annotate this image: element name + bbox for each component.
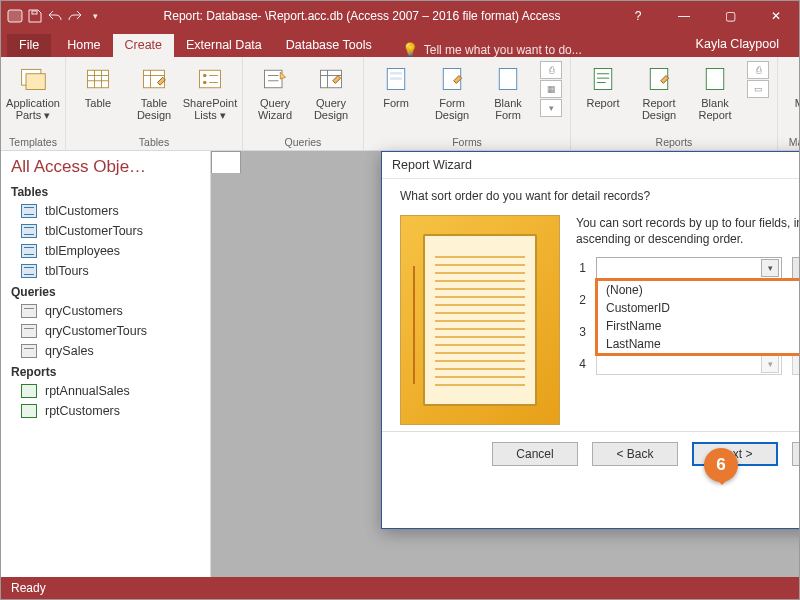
sort-direction-1-button[interactable]: Ascending: [792, 257, 800, 279]
svg-point-8: [203, 74, 207, 78]
sort-row-1-number: 1: [576, 261, 586, 275]
report-wizard-icon[interactable]: ⎙: [747, 61, 769, 79]
blank-form-label: Blank Form: [494, 97, 522, 121]
document-tab[interactable]: [211, 151, 241, 173]
form-wizard-icon[interactable]: ⎙: [540, 61, 562, 79]
query-design-button[interactable]: Query Design: [307, 61, 355, 121]
minimize-button[interactable]: —: [661, 1, 707, 31]
qat-more-icon[interactable]: ▾: [87, 8, 103, 24]
table-design-label: Table Design: [137, 97, 171, 121]
dropdown-option-none[interactable]: (None): [598, 281, 800, 299]
restore-button[interactable]: ▢: [707, 1, 753, 31]
blank-form-button[interactable]: Blank Form: [484, 61, 532, 121]
query-wizard-label: Query Wizard: [258, 97, 292, 121]
group-queries: Query Wizard Query Design Queries: [243, 57, 364, 150]
quick-access-toolbar: ▾: [1, 8, 109, 24]
nav-section-queries[interactable]: Queries: [1, 281, 210, 301]
tab-external-data[interactable]: External Data: [174, 34, 274, 57]
redo-icon[interactable]: [67, 8, 83, 24]
help-button[interactable]: ?: [615, 1, 661, 31]
more-forms-icon[interactable]: ▾: [540, 99, 562, 117]
report-design-button[interactable]: Report Design: [635, 61, 683, 121]
report-wizard-dialog: Report Wizard What sort order do you wan…: [381, 151, 800, 529]
table-design-icon: [138, 63, 170, 95]
svg-rect-19: [706, 69, 724, 90]
form-label: Form: [383, 97, 409, 109]
nav-item-tbltours[interactable]: tblTours: [1, 261, 210, 281]
title-bar: ▾ Report: Database- \Report.acc.db (Acce…: [1, 1, 799, 31]
application-parts-button[interactable]: Application Parts ▾: [9, 61, 57, 121]
nav-section-reports[interactable]: Reports: [1, 361, 210, 381]
window-buttons: ? — ▢ ✕: [615, 1, 799, 31]
forms-extra-column: ⎙ ▦ ▾: [540, 61, 562, 117]
finish-button[interactable]: Finish: [792, 442, 800, 466]
sort-field-1-combo[interactable]: ▾ (None) CustomerID FirstName LastName: [596, 257, 782, 279]
labels-icon[interactable]: ▭: [747, 80, 769, 98]
table-button[interactable]: Table: [74, 61, 122, 109]
form-design-label: Form Design: [435, 97, 469, 121]
dropdown-option-firstname[interactable]: FirstName: [598, 317, 800, 335]
undo-icon[interactable]: [47, 8, 63, 24]
nav-item-qrycustomers[interactable]: qryCustomers: [1, 301, 210, 321]
nav-section-tables[interactable]: Tables: [1, 181, 210, 201]
signed-in-user[interactable]: Kayla Claypool: [696, 37, 793, 57]
nav-item-qrysales[interactable]: qrySales: [1, 341, 210, 361]
group-forms: Form Form Design Blank Form ⎙ ▦ ▾ Forms: [364, 57, 571, 150]
macro-icon: [794, 63, 800, 95]
group-macros-label: Macros & Code: [786, 134, 800, 148]
app-icon: [7, 8, 23, 24]
nav-header[interactable]: All Access Obje…: [1, 151, 210, 181]
report-button[interactable]: Report: [579, 61, 627, 109]
form-button[interactable]: Form: [372, 61, 420, 109]
report-object-icon: [21, 384, 37, 398]
nav-item-tblemployees[interactable]: tblEmployees: [1, 241, 210, 261]
application-parts-icon: [17, 63, 49, 95]
close-button[interactable]: ✕: [753, 1, 799, 31]
nav-item-rptannualsales[interactable]: rptAnnualSales: [1, 381, 210, 401]
sort-row-2-number: 2: [576, 293, 586, 307]
sort-hint: You can sort records by up to four field…: [576, 215, 800, 247]
back-button[interactable]: < Back: [592, 442, 678, 466]
group-reports: Report Report Design Blank Report ⎙ ▭ Re…: [571, 57, 778, 150]
reports-extra-column: ⎙ ▭: [747, 61, 769, 98]
sort-area: You can sort records by up to four field…: [576, 215, 800, 425]
macro-button[interactable]: Macro ▾: [786, 61, 800, 121]
group-tables: Table Table Design SharePoint Lists ▾ Ta…: [66, 57, 243, 150]
sort-field-1-dropdown: (None) CustomerID FirstName LastName: [595, 278, 800, 356]
sharepoint-lists-button[interactable]: SharePoint Lists ▾: [186, 61, 234, 121]
application-parts-label: Application Parts ▾: [6, 97, 60, 121]
form-design-button[interactable]: Form Design: [428, 61, 476, 121]
chevron-down-icon: ▾: [761, 355, 779, 373]
cancel-button[interactable]: Cancel: [492, 442, 578, 466]
save-icon[interactable]: [27, 8, 43, 24]
sharepoint-lists-icon: [194, 63, 226, 95]
query-design-icon: [315, 63, 347, 95]
dropdown-option-customerid[interactable]: CustomerID: [598, 299, 800, 317]
nav-item-rptcustomers[interactable]: rptCustomers: [1, 401, 210, 421]
tab-create[interactable]: Create: [113, 34, 175, 57]
navigation-icon[interactable]: ▦: [540, 80, 562, 98]
report-design-label: Report Design: [642, 97, 676, 121]
query-wizard-button[interactable]: Query Wizard: [251, 61, 299, 121]
group-templates: Application Parts ▾ Templates: [1, 57, 66, 150]
group-queries-label: Queries: [251, 134, 355, 148]
query-object-icon: [21, 344, 37, 358]
tab-file[interactable]: File: [7, 34, 51, 57]
tab-database-tools[interactable]: Database Tools: [274, 34, 384, 57]
blank-report-icon: [699, 63, 731, 95]
dialog-question: What sort order do you want for detail r…: [400, 189, 800, 203]
table-design-button[interactable]: Table Design: [130, 61, 178, 121]
query-object-icon: [21, 304, 37, 318]
table-object-icon: [21, 204, 37, 218]
nav-item-tblcustomertours[interactable]: tblCustomerTours: [1, 221, 210, 241]
dialog-title: Report Wizard: [382, 152, 800, 179]
nav-item-tblcustomers[interactable]: tblCustomers: [1, 201, 210, 221]
blank-report-button[interactable]: Blank Report: [691, 61, 739, 121]
tell-me-search[interactable]: 💡 Tell me what you want to do...: [384, 42, 696, 57]
dropdown-option-lastname[interactable]: LastName: [598, 335, 800, 353]
tab-home[interactable]: Home: [55, 34, 112, 57]
document-area: Report Wizard What sort order do you wan…: [211, 151, 799, 577]
group-templates-label: Templates: [9, 134, 57, 148]
svg-rect-14: [390, 77, 402, 80]
nav-item-qrycustomertours[interactable]: qryCustomerTours: [1, 321, 210, 341]
